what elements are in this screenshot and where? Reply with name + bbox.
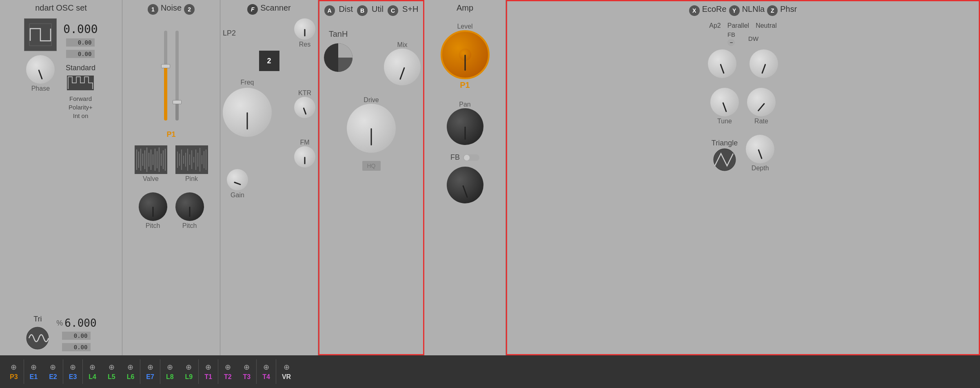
phase-label: Phase	[31, 85, 50, 92]
eco-badge-z: Z	[767, 5, 778, 16]
scanner-panel: F Scanner LP2 Res 2 Freq KTR	[220, 0, 318, 355]
move-icon-t4: ⊕	[263, 363, 269, 372]
tune-knob[interactable]	[710, 88, 739, 116]
depth-label: Depth	[752, 165, 769, 172]
eco-label-x: EcoRe	[702, 4, 727, 14]
bottom-bar: ⊕ P3 ⊕ E1 ⊕ E2 ⊕ E3 ⊕ L4 ⊕ L5 ⊕ L6 ⊕ E7 …	[0, 355, 980, 388]
osc-mode: Standard	[66, 64, 95, 72]
res-knob[interactable]	[294, 18, 315, 40]
neutral-label: Neutral	[756, 22, 777, 29]
res-label: Res	[299, 41, 310, 48]
fx-label-a: Dist	[339, 4, 353, 14]
slot-e7[interactable]: ⊕ E7	[140, 357, 160, 386]
noise-badge1: 1	[148, 4, 158, 15]
eco-badge-y: Y	[729, 5, 740, 16]
osc-val-a: 0.00	[66, 38, 95, 47]
gain-knob[interactable]	[227, 169, 248, 190]
slot-label-e2: E2	[49, 373, 57, 381]
slot-l6[interactable]: ⊕ L6	[121, 357, 140, 386]
tanh-label: TanH	[329, 29, 348, 39]
pitch1-label: Pitch	[146, 222, 160, 230]
depth-knob[interactable]	[746, 135, 774, 163]
osc-wave-label: Tri	[33, 315, 42, 323]
slot-vr[interactable]: ⊕ VR	[276, 357, 297, 386]
valve-waveform	[135, 145, 167, 174]
noise-slider[interactable]	[164, 22, 167, 129]
level-knob[interactable]	[441, 30, 490, 79]
osc-int-on: Int on	[73, 112, 89, 119]
fb-label: FB	[450, 153, 460, 162]
filter-num: 2	[267, 57, 271, 65]
osc-polarity: Forward	[69, 95, 92, 102]
svg-point-2	[27, 327, 49, 349]
pan-label: Pan	[459, 101, 470, 108]
phase-knob[interactable]	[26, 55, 55, 84]
noise-slider2[interactable]	[175, 22, 179, 129]
eco-label-z: Phsr	[780, 4, 797, 14]
fx-badge-b: B	[357, 5, 368, 16]
move-icon-e1: ⊕	[31, 363, 37, 372]
slot-label-l4: L4	[89, 373, 96, 381]
slot-label-l8: L8	[166, 373, 174, 381]
fb-knob[interactable]	[447, 167, 483, 203]
slot-e2[interactable]: ⊕ E2	[43, 357, 63, 386]
level-label: Level	[457, 23, 472, 30]
slot-l8[interactable]: ⊕ L8	[160, 357, 180, 386]
slot-p3[interactable]: ⊕ P3	[4, 357, 24, 386]
fm-knob[interactable]	[294, 146, 315, 167]
scanner-badge: F	[247, 4, 258, 15]
slot-e3[interactable]: ⊕ E3	[63, 357, 83, 386]
move-icon-l6: ⊕	[127, 363, 133, 372]
gain-label: Gain	[231, 192, 244, 199]
slot-label-vr: VR	[282, 373, 291, 381]
move-icon-e7: ⊕	[147, 363, 153, 372]
eco-badge-x: X	[689, 5, 700, 16]
valve-label: Valve	[143, 175, 159, 183]
hq-button[interactable]: HQ	[362, 161, 381, 171]
scanner-title: Scanner	[260, 3, 291, 13]
drive-label: Drive	[364, 96, 379, 104]
noise-p1-label: P1	[166, 130, 175, 139]
fb-knob2[interactable]	[708, 49, 736, 78]
rate-knob[interactable]	[747, 88, 776, 116]
slot-label-t1: T1	[204, 373, 212, 381]
slot-l9[interactable]: ⊕ L9	[180, 357, 199, 386]
filter-number-box: 2	[259, 51, 279, 71]
slot-t1[interactable]: ⊕ T1	[199, 357, 218, 386]
ktr-label: KTR	[298, 89, 311, 97]
fb-dot: –	[727, 39, 735, 46]
slot-t3[interactable]: ⊕ T3	[237, 357, 257, 386]
move-icon-p3: ⊕	[11, 363, 17, 372]
pitch1-knob[interactable]	[139, 192, 167, 221]
drive-knob[interactable]	[347, 104, 396, 153]
slot-label-p3: P3	[10, 373, 18, 381]
move-icon-l9: ⊕	[186, 363, 192, 372]
osc-polarity2: Polarity+	[69, 104, 93, 111]
pan-knob[interactable]	[447, 108, 483, 145]
slot-e1[interactable]: ⊕ E1	[24, 357, 44, 386]
tune-label: Tune	[717, 118, 732, 125]
dw-knob[interactable]	[749, 49, 778, 78]
slot-l4[interactable]: ⊕ L4	[83, 357, 102, 386]
move-icon-t1: ⊕	[205, 363, 211, 372]
mix-knob[interactable]	[384, 49, 421, 85]
slot-t4[interactable]: ⊕ T4	[257, 357, 276, 386]
freq-knob[interactable]	[223, 88, 272, 137]
noise-title: Noise	[161, 3, 182, 13]
pink-waveform	[175, 145, 208, 174]
slot-t2[interactable]: ⊕ T2	[218, 357, 237, 386]
slot-label-t2: T2	[224, 373, 232, 381]
pitch2-label: Pitch	[182, 222, 197, 230]
slot-label-t3: T3	[243, 373, 251, 381]
ktr-knob[interactable]	[294, 97, 315, 118]
parallel-label: Parallel	[727, 22, 749, 29]
fx-label-c: S+H	[402, 4, 418, 14]
slot-l5[interactable]: ⊕ L5	[102, 357, 121, 386]
freq-label: Freq	[241, 79, 254, 86]
ap2-label: Ap2	[709, 22, 721, 29]
osc-val-b: 0.00	[66, 50, 95, 58]
fb-toggle[interactable]	[463, 154, 479, 161]
percent-symbol: %	[56, 319, 63, 328]
pitch2-knob[interactable]	[175, 192, 204, 221]
pink-label: Pink	[185, 175, 198, 183]
